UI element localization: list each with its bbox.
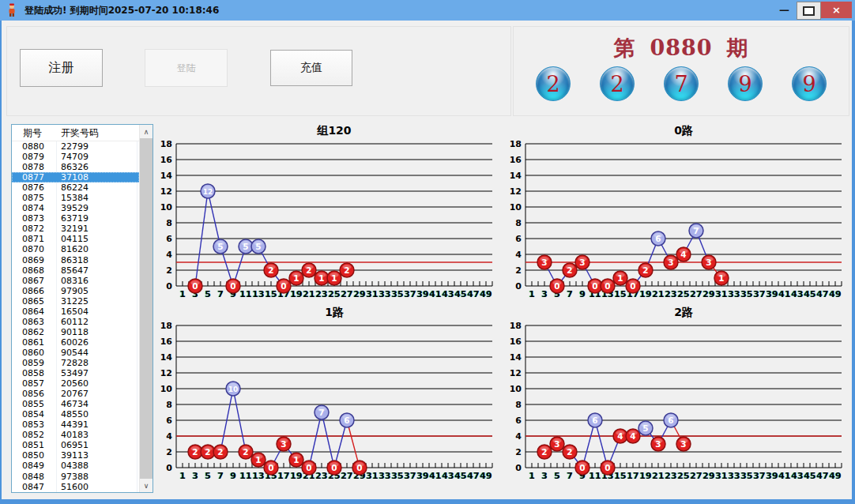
svg-text:37: 37 [404, 289, 416, 299]
issue-cell: 0873 [12, 213, 61, 224]
svg-text:49: 49 [829, 471, 841, 481]
list-item[interactable]: 086160026 [12, 337, 139, 348]
list-item[interactable]: 085853497 [12, 368, 139, 378]
list-item[interactable]: 085972828 [12, 358, 139, 368]
close-button[interactable]: × [821, 2, 852, 18]
list-item[interactable]: 085546734 [12, 399, 139, 409]
list-item[interactable]: 086090544 [12, 348, 139, 358]
list-item[interactable]: 086531225 [12, 296, 139, 307]
lottery-ball: 2 [600, 66, 635, 101]
svg-text:0: 0 [605, 463, 610, 472]
svg-text:27: 27 [341, 471, 352, 481]
svg-text:1路: 1路 [325, 306, 345, 318]
number-cell: 97905 [61, 286, 89, 296]
svg-text:10: 10 [160, 384, 173, 394]
list-item[interactable]: 085344391 [12, 419, 139, 430]
titlebar[interactable]: 登陆成功! 到期时间2025-07-20 10:18:46 — × [0, 0, 855, 21]
scroll-thumb[interactable] [140, 138, 153, 479]
register-button[interactable]: 注册 [20, 49, 103, 87]
number-cell: 86224 [61, 182, 89, 193]
svg-text:39: 39 [416, 471, 428, 481]
scroll-up-icon[interactable]: ∧ [140, 125, 153, 138]
svg-text:16: 16 [510, 337, 522, 347]
list-item[interactable]: 086290118 [12, 327, 139, 337]
svg-text:33: 33 [728, 471, 740, 481]
recharge-button[interactable]: 充值 [270, 50, 352, 86]
svg-text:49: 49 [829, 289, 841, 299]
maximize-button[interactable] [797, 2, 821, 20]
list-item[interactable]: 086697905 [12, 286, 139, 296]
window-controls: — × [772, 2, 852, 18]
issue-cell: 0856 [12, 389, 61, 399]
svg-text:1: 1 [331, 273, 337, 283]
list-item[interactable]: 086416504 [12, 307, 139, 317]
scroll-down-icon[interactable]: ∨ [140, 479, 153, 492]
list-item[interactable]: 087737108 [12, 172, 139, 182]
list-item[interactable]: 087232191 [12, 224, 139, 234]
svg-text:2: 2 [217, 447, 223, 457]
list-item[interactable]: 084904388 [12, 461, 139, 471]
svg-text:3: 3 [680, 439, 686, 449]
list-item[interactable]: 086708316 [12, 276, 139, 286]
svg-text:18: 18 [510, 321, 522, 331]
list-item[interactable]: 085039113 [12, 450, 139, 461]
svg-text:39: 39 [766, 289, 778, 299]
svg-text:3: 3 [706, 258, 711, 267]
number-cell: 60026 [61, 337, 89, 348]
number-cell: 60112 [61, 317, 89, 327]
svg-text:5: 5 [554, 471, 560, 481]
svg-text:14: 14 [510, 352, 522, 363]
number-cell: 81620 [61, 244, 89, 254]
list-item[interactable]: 086986318 [12, 255, 139, 265]
svg-text:4: 4 [630, 431, 635, 441]
number-cell: 08316 [61, 276, 89, 286]
number-cell: 51600 [61, 482, 89, 492]
list-item[interactable]: 087515384 [12, 193, 139, 203]
svg-text:8: 8 [166, 218, 172, 228]
minimize-button[interactable]: — [772, 2, 797, 18]
header-number: 开奖号码 [61, 126, 99, 140]
svg-text:27: 27 [690, 471, 702, 481]
list-item[interactable]: 085620767 [12, 389, 139, 399]
list-item[interactable]: 087363719 [12, 213, 139, 224]
svg-text:0: 0 [166, 463, 172, 473]
list-item[interactable]: 087081620 [12, 244, 139, 254]
svg-text:6: 6 [166, 234, 172, 244]
svg-text:39: 39 [416, 289, 428, 299]
list-item[interactable]: 088022799 [12, 141, 139, 152]
list-item[interactable]: 087104115 [12, 234, 139, 244]
draw-title: 第0880期 [514, 34, 849, 62]
svg-text:0: 0 [356, 463, 362, 472]
list-item[interactable]: 084897388 [12, 472, 139, 482]
list-item[interactable]: 085240183 [12, 430, 139, 440]
issue-cell: 0849 [12, 461, 61, 471]
svg-text:1: 1 [179, 471, 186, 481]
list-item[interactable]: 085106951 [12, 440, 139, 450]
history-header: 期号 开奖号码 [12, 125, 139, 141]
list-scrollbar[interactable]: ∧ ∨ [139, 125, 153, 492]
list-item[interactable]: 087439529 [12, 203, 139, 213]
list-item[interactable]: 085720560 [12, 378, 139, 389]
draw-panel: 第0880期 22799 [513, 26, 849, 116]
list-item[interactable]: 086885647 [12, 265, 139, 276]
chart-0lu: 0路02468101214161811335577991111131315151… [505, 122, 846, 310]
draw-title-prefix: 第 [613, 36, 635, 60]
list-item[interactable]: 084751600 [12, 482, 139, 492]
login-button[interactable]: 登陆 [145, 49, 228, 87]
issue-cell: 0880 [12, 141, 61, 152]
number-cell: 16504 [61, 307, 89, 317]
list-item[interactable]: 085448550 [12, 409, 139, 419]
svg-text:21: 21 [652, 471, 664, 481]
list-item[interactable]: 087686224 [12, 182, 139, 193]
list-item[interactable]: 086360112 [12, 317, 139, 327]
svg-text:16: 16 [160, 155, 173, 165]
svg-text:45: 45 [454, 289, 466, 299]
svg-text:31: 31 [366, 289, 378, 299]
svg-text:29: 29 [702, 289, 714, 299]
list-item[interactable]: 087974709 [12, 152, 139, 162]
svg-text:5: 5 [217, 242, 223, 251]
number-cell: 40183 [61, 430, 89, 440]
svg-text:0: 0 [281, 281, 286, 291]
svg-text:43: 43 [791, 289, 803, 299]
list-item[interactable]: 087886326 [12, 162, 139, 172]
